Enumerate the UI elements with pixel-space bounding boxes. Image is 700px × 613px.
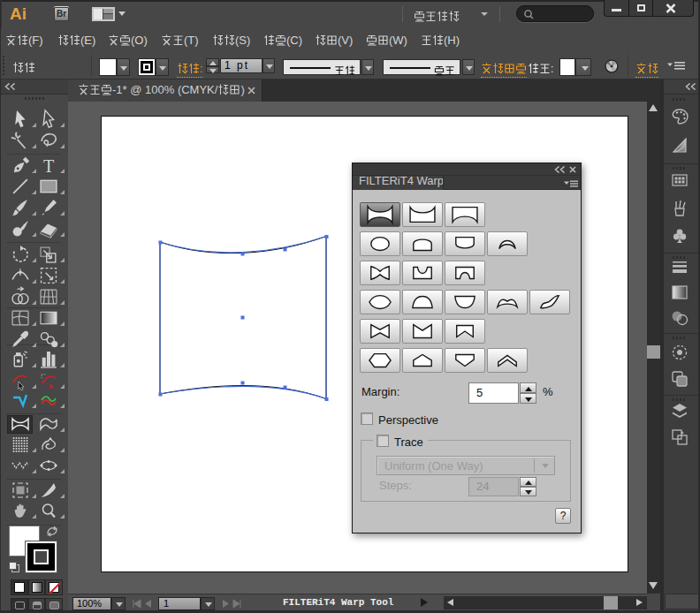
svg-text:T: T xyxy=(43,156,54,176)
